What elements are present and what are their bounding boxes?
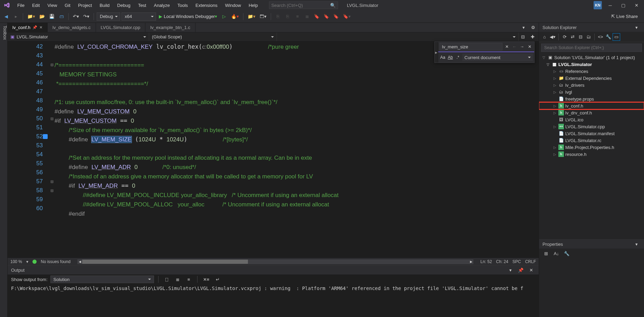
maximize-button[interactable]: ▢ [618,1,628,9]
tabs-overflow-button[interactable]: ▾ [519,24,528,32]
se-view-code[interactable]: <> [597,34,604,40]
member-combo[interactable] [277,32,519,41]
expand-icon[interactable]: ▷ [553,152,557,156]
output-close[interactable]: ✕ [527,266,535,274]
output-tb-2[interactable]: ≣ [174,275,182,283]
start-nodebug-button[interactable]: ▷ [220,12,228,21]
panel-menu-button[interactable]: ▾ [632,23,641,31]
se-sync-button[interactable]: ⟳ [561,34,568,40]
find-input[interactable] [440,43,502,50]
tab-lv-conf-h[interactable]: lv_conf.h📌✕ [8,23,48,32]
menu-edit[interactable]: Edit [29,1,43,9]
tab-lv-example-btn-1-c[interactable]: lv_example_btn_1.c [145,23,195,32]
close-tab-button[interactable]: ✕ [39,25,42,30]
code-editor[interactable]: 42434445464748495051525354555657585960 ⊟… [8,41,539,258]
browse-folder-button[interactable]: 📁▾ [246,12,257,21]
tree-item-lv-conf-h[interactable]: ▷hlv_conf.h [539,102,644,109]
tree-item-lv-drv-conf-h[interactable]: ▷hlv_drv_conf.h [539,109,644,116]
quick-search[interactable]: 🔍 [269,1,338,9]
expand-icon[interactable]: ▷ [553,104,557,108]
prop-pages[interactable]: 🔧 [563,249,571,258]
se-filter-button[interactable]: ⇄ [569,34,576,40]
output-wrap[interactable]: ↵ [213,275,222,283]
config-combo[interactable]: Debug [97,12,120,21]
menu-build[interactable]: Build [96,1,113,9]
tab-lvgl-simulator-cpp[interactable]: LVGL.Simulator.cpp [96,23,146,32]
expand-icon[interactable]: ▷ [553,83,557,87]
output-tb-1[interactable]: ⎕ [163,275,171,283]
output-from-combo[interactable]: Solution [50,276,154,283]
output-tb-3[interactable]: ≡ [185,275,193,283]
find-expand-button[interactable]: ▸ [435,42,438,63]
se-nest-button[interactable]: ⊟ [577,34,584,40]
nav-fwd-button[interactable]: ▸ [12,12,20,21]
prop-categorized[interactable]: ⊞ [542,249,550,258]
bookmark-icon[interactable] [43,134,48,140]
project-node[interactable]: ▽▦LVGL.Simulator [539,61,644,68]
menu-debug[interactable]: Debug [114,1,134,9]
open-button[interactable]: 📂 [38,12,46,21]
solution-search[interactable] [541,44,642,52]
prop-alpha[interactable]: A↓ [552,249,560,258]
menu-git[interactable]: Git [61,1,74,9]
close-button[interactable]: ✕ [632,1,641,9]
se-properties[interactable]: 🔧 [605,34,612,40]
expand-icon[interactable]: ▷ [553,146,557,149]
save-button[interactable]: 💾 [48,12,56,21]
expand-icon[interactable]: ▷ [553,76,557,80]
menu-tools[interactable]: Tools [174,1,191,9]
project-scope-combo[interactable]: ▣ LVGL.Simulator [8,32,149,41]
expand-icon[interactable]: ▷ [553,69,557,73]
expand-icon[interactable]: ▽ [546,63,550,66]
split-editor-button[interactable]: ⊟ [519,33,527,41]
find-next-button[interactable]: → [519,44,525,50]
se-back-button[interactable]: ◀▾ [549,34,556,40]
platform-combo[interactable]: x64 [122,12,156,21]
tree-item-resource-h[interactable]: ▷hresource.h [539,151,644,158]
cursor-line[interactable]: Ln: 52 [480,259,492,264]
undo-button[interactable]: ↶▾ [71,12,80,21]
cursor-col[interactable]: Ch: 24 [496,259,508,264]
output-pin[interactable]: 📌 [517,266,525,274]
tree-item-mile-project-properties-h[interactable]: ▷hMile.Project.Properties.h [539,144,644,151]
expand-icon[interactable]: ▷ [553,90,557,94]
solution-search-input[interactable] [541,44,642,52]
menu-file[interactable]: File [14,1,28,9]
menu-view[interactable]: View [44,1,60,9]
indent-mode[interactable]: SPC [512,259,521,264]
zoom-level[interactable]: 100 % [10,259,22,264]
code-area[interactable]: #define LV_COLOR_CHROMA_KEY lv_color_hex… [55,41,539,258]
expand-icon[interactable]: ▽ [542,56,546,59]
properties-menu[interactable]: ▾ [632,240,641,248]
expand-icon[interactable]: ▷ [553,111,557,115]
window-layout-button[interactable]: 🗔▾ [258,12,268,21]
tree-item-lvgl-simulator-cpp[interactable]: ▷++LVGL.Simulator.cpp [539,123,644,130]
menu-help[interactable]: Help [245,1,261,9]
tree-item-references[interactable]: ▷▭References [539,68,644,75]
hot-reload-button[interactable]: 🔥▾ [230,12,240,21]
h-scrollbar[interactable]: ◀ ▶ [77,259,473,264]
live-share-button[interactable]: ⇱ Live Share [607,14,642,19]
se-preview[interactable]: ▭ [613,34,620,40]
solution-root[interactable]: ▽▣Solution 'LVGL.Simulator' (1 of 1 proj… [539,54,644,61]
output-body[interactable]: F:\Workspace\lvgl_downloads\lv_sim_visua… [8,284,539,317]
user-avatar[interactable]: KN [594,1,602,9]
new-project-button[interactable]: 📁▾ [26,12,37,21]
tabs-settings-button[interactable]: ⚙ [529,24,537,32]
se-home-button[interactable]: ⌂ [541,34,548,40]
redo-button[interactable]: ↷▾ [82,12,91,21]
pin-icon[interactable]: 📌 [32,25,37,30]
menu-test[interactable]: Test [135,1,150,9]
find-close-clear[interactable]: ✕ [504,44,510,50]
tab-lv-demo-widgets-c[interactable]: lv_demo_widgets.c [48,23,96,32]
fold-gutter[interactable]: ⊟⊟⊟⊟ [49,41,55,258]
scope-combo[interactable]: (Global Scope) [149,32,277,41]
quick-search-input[interactable] [271,3,330,8]
toolbox-sidebar[interactable]: Toolbox [0,23,8,317]
menu-extensions[interactable]: Extensions [192,1,221,9]
output-dropdown[interactable]: ▾ [506,266,515,274]
find-scope-combo[interactable]: Current document [462,54,533,61]
match-case-button[interactable]: Aa [440,54,446,60]
whole-word-button[interactable]: Ab [447,54,453,60]
tree-item-freetype-props[interactable]: 📄freetype.props [539,95,644,102]
